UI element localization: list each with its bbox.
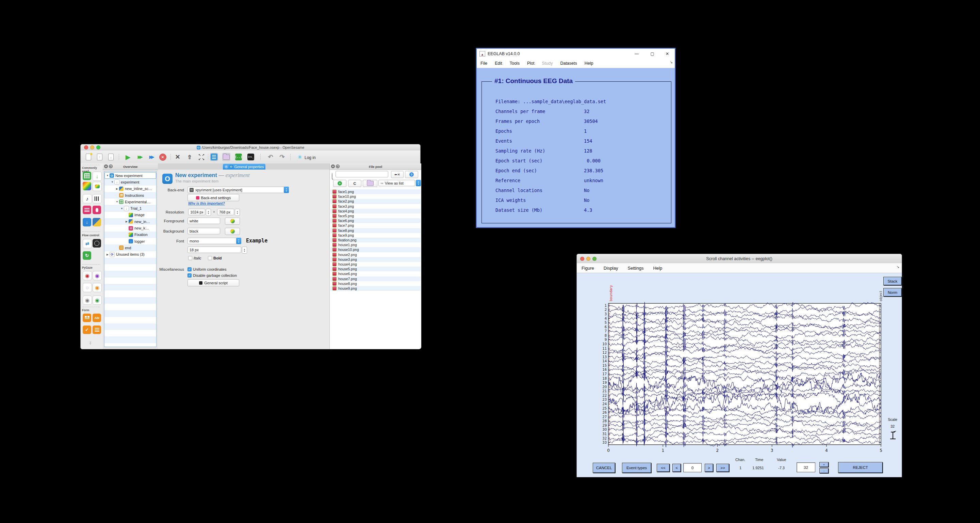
logger-item-icon[interactable]: ↓ (83, 218, 91, 226)
list-item[interactable]: house9.png (331, 286, 421, 291)
reject-button[interactable]: REJECT (838, 462, 883, 473)
close-traffic-light[interactable] (84, 145, 88, 150)
menu-tools[interactable]: Tools (506, 61, 523, 66)
eeglab-titlebar[interactable]: ▲ EEGLAB v14.0.0 — ▢ ✕ (477, 49, 675, 59)
rewind-fast-button[interactable]: << (657, 464, 670, 472)
zoom-traffic-light[interactable] (592, 257, 597, 261)
repeat-cycle-item-icon[interactable]: ↻ (83, 251, 91, 260)
minimize-traffic-light[interactable] (586, 257, 590, 261)
sampler-item-icon[interactable]: ♪ (83, 194, 92, 203)
tree-item-new-experiment[interactable]: ▼ O New experiment (105, 172, 156, 179)
caret-right-icon[interactable]: ▶ (115, 187, 119, 190)
list-item[interactable]: house4.png (331, 262, 421, 266)
menu-display[interactable]: Display (599, 266, 623, 271)
rewind-button[interactable]: < (672, 464, 681, 472)
pygaze-stop-item-icon[interactable]: ◉ (83, 295, 92, 305)
eeg-traces-plot[interactable]: 1234567891011121314151617181920212223242… (590, 283, 904, 463)
caret-right-icon[interactable]: ▶ (125, 220, 128, 223)
loop-item-icon[interactable] (83, 172, 91, 180)
foreground-color-button[interactable] (225, 218, 240, 225)
toggle-overview-button[interactable] (210, 153, 218, 161)
caret-down-icon[interactable]: ▼ (111, 180, 114, 183)
help-button[interactable]: ? (405, 171, 418, 178)
fullscreen-button[interactable]: ↖↗ ↙↘ (197, 153, 205, 161)
spacing-increase-button[interactable]: + (819, 462, 829, 467)
clear-search-button[interactable]: ⬅✕ (391, 171, 404, 178)
list-item[interactable]: face8.png (331, 228, 421, 233)
close-traffic-light[interactable] (580, 257, 584, 261)
font-size-stepper-icon[interactable]: ▲▼ (242, 247, 247, 254)
list-item[interactable]: face3.png (331, 204, 421, 209)
dock-arrow-icon[interactable]: ↘ (897, 265, 899, 269)
synth-item-icon[interactable] (92, 194, 102, 203)
run-quick-button[interactable]: ▶▶ (147, 153, 155, 161)
menu-edit[interactable]: Edit (491, 61, 506, 66)
list-item[interactable]: face1.png (331, 189, 421, 194)
forward-fast-button[interactable]: >> (716, 464, 729, 472)
maximize-icon[interactable]: ▢ (646, 49, 659, 59)
form-text-input-item-icon[interactable]: AbI (92, 314, 101, 322)
list-item[interactable]: face4.png (331, 209, 421, 214)
sketchpad-item-icon[interactable] (83, 182, 91, 190)
kill-experiment-button[interactable]: ✕ (159, 153, 167, 161)
open-file-button[interactable]: ↑ (95, 153, 104, 161)
pygaze-start-item-icon[interactable]: ◉ (92, 295, 102, 305)
list-item[interactable]: house1.png (331, 242, 421, 247)
background-field[interactable] (188, 228, 220, 234)
run-fullscreen-button[interactable]: ▶ (124, 153, 132, 161)
login-label[interactable]: Log in (305, 155, 316, 160)
caret-down-icon[interactable]: ▼ (106, 174, 109, 177)
caret-right-icon[interactable]: ▶ (106, 253, 109, 256)
view-as-select[interactable]: ≔ View as list (379, 180, 415, 186)
foreground-field[interactable] (188, 218, 220, 224)
menu-help[interactable]: Help (581, 61, 597, 66)
background-color-button[interactable] (225, 228, 240, 235)
list-item[interactable]: house6.png (331, 271, 421, 276)
font-family-select[interactable]: mono (188, 238, 241, 244)
minimize-traffic-light[interactable] (90, 145, 94, 150)
font-size-field[interactable] (188, 247, 241, 253)
list-item[interactable]: house8.png (331, 281, 421, 286)
menu-figure[interactable]: Figure (577, 266, 599, 271)
undo-button[interactable]: ↶ (266, 153, 275, 161)
open-pool-folder-button[interactable] (363, 180, 377, 187)
eegplot-titlebar[interactable]: Scroll channel activities -- eegplot() (577, 254, 902, 263)
tree-item-experimental-loop[interactable]: ▼ Experimental… (105, 199, 156, 205)
keyboard-response-item-icon[interactable] (83, 206, 91, 214)
inline-script-item-icon[interactable] (92, 218, 101, 226)
tree-item-instructions[interactable]: Instructions (105, 192, 156, 199)
uniform-coordinates-checkbox[interactable]: ✓ (188, 267, 192, 271)
font-select-stepper-icon[interactable]: ▲▼ (236, 238, 241, 244)
list-item[interactable]: house2.png (331, 252, 421, 257)
minimize-icon[interactable]: — (630, 49, 643, 59)
list-item[interactable]: face2.png (331, 199, 421, 204)
refresh-button[interactable]: C (348, 180, 361, 187)
tree-item-experiment[interactable]: ▼ ↓ experiment (105, 179, 156, 185)
float-panel-icon[interactable]: ❐ (336, 164, 340, 168)
zoom-traffic-light[interactable] (96, 145, 100, 150)
form-text-display-item-icon[interactable] (92, 325, 101, 334)
disable-garbage-checkbox[interactable]: ✓ (188, 273, 192, 277)
backend-select[interactable]: xpy xpyriment [uses Expyriment] (188, 187, 289, 193)
backend-settings-button[interactable]: Back-end settings (188, 194, 239, 201)
list-item[interactable]: face9.png (331, 233, 421, 238)
event-types-button[interactable]: Event types (622, 463, 651, 473)
list-item[interactable]: face5.png (331, 214, 421, 218)
mouse-response-item-icon[interactable] (92, 206, 101, 214)
pygaze-log-item-icon[interactable]: ◉ (92, 271, 102, 280)
sequence-item-icon[interactable]: ↓ (92, 172, 102, 181)
list-item[interactable]: house7.png (331, 276, 421, 281)
cancel-button[interactable]: CANCEL (593, 463, 615, 473)
pygaze-pause-item-icon[interactable]: ◉ (92, 283, 102, 292)
caret-down-icon[interactable]: ▼ (115, 200, 119, 203)
variable-inspector-button[interactable]: [..] (234, 153, 243, 161)
form-base-item-icon[interactable] (83, 314, 91, 322)
menu-datasets[interactable]: Datasets (556, 61, 581, 66)
resolution-height-field[interactable] (217, 209, 234, 215)
float-panel-icon[interactable]: ❐ (109, 164, 113, 168)
save-file-button[interactable]: ↓ (107, 153, 115, 161)
tree-item-unused[interactable]: ▶ ⟳ Unused items (3) (105, 251, 156, 258)
forward-button[interactable]: > (705, 464, 713, 472)
close-icon[interactable]: ✕ (660, 49, 674, 59)
tree-item-end[interactable]: end (105, 244, 156, 251)
